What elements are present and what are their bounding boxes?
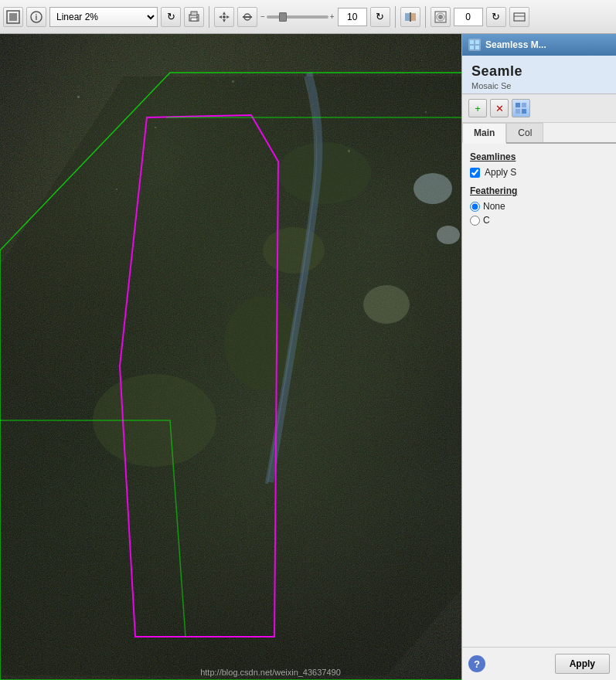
tab-col[interactable]: Col: [506, 123, 543, 142]
svg-point-19: [438, 15, 443, 19]
svg-rect-43: [470, 46, 474, 49]
zoom-slider-left[interactable]: [237, 7, 257, 27]
map-canvas[interactable]: http://blog.csdn.net/weixin_43637490: [0, 34, 541, 680]
zoom-full-btn[interactable]: [3, 7, 23, 27]
feathering-section-title: Feathering: [470, 185, 608, 196]
feathering-c-radio[interactable]: [470, 216, 480, 226]
svg-rect-5: [191, 12, 197, 15]
print-btn[interactable]: [184, 7, 204, 27]
svg-rect-1: [9, 13, 17, 21]
svg-marker-10: [219, 15, 222, 19]
mosaic-view-btn[interactable]: [512, 99, 530, 117]
feathering-none-label: None: [483, 201, 505, 212]
svg-rect-16: [411, 13, 416, 21]
zoom-plus-icon: +: [330, 12, 335, 21]
svg-rect-31: [77, 96, 80, 98]
seamlines-section-title: Seamlines: [470, 151, 608, 162]
terrain-overlay: [0, 34, 541, 680]
panel-main-title: Seamle: [471, 63, 607, 80]
svg-marker-9: [223, 19, 226, 22]
swipe-btn[interactable]: [400, 7, 420, 27]
apply-button[interactable]: Apply: [555, 654, 610, 674]
svg-rect-47: [516, 109, 520, 114]
tab-main[interactable]: Main: [462, 123, 506, 144]
feathering-c-row: C: [470, 215, 608, 226]
rotation-input[interactable]: [454, 8, 483, 26]
svg-rect-41: [470, 40, 474, 44]
add-item-btn[interactable]: +: [468, 99, 487, 117]
feathering-none-row: None: [470, 201, 608, 212]
refresh-stretch-btn[interactable]: ↻: [161, 7, 181, 27]
more-tools-btn[interactable]: [509, 7, 529, 27]
svg-rect-46: [522, 103, 526, 107]
seamless-mosaic-panel: Seamless M... Seamle Mosaic Se + ✕ Main …: [461, 34, 616, 680]
svg-rect-45: [516, 103, 520, 107]
apply-seamlines-row: Apply S: [470, 167, 608, 178]
svg-marker-11: [226, 15, 230, 19]
panel-subtitle: Mosaic Se: [471, 81, 607, 90]
feathering-c-label: C: [483, 215, 490, 226]
feathering-none-radio[interactable]: [470, 202, 480, 212]
zoom-input[interactable]: [338, 8, 367, 26]
panel-inner-toolbar: + ✕: [462, 94, 616, 123]
main-toolbar: i Linear 2% None Minimum Maximum Standar…: [0, 0, 616, 34]
stretch-dropdown[interactable]: Linear 2% None Minimum Maximum Standard …: [49, 7, 158, 27]
panel-heading: Seamle Mosaic Se: [462, 56, 616, 94]
sep-1: [209, 6, 209, 28]
panel-title: Seamless M...: [485, 39, 546, 50]
panel-titlebar: Seamless M...: [462, 34, 616, 56]
zoom-slider[interactable]: [267, 15, 328, 19]
apply-seamlines-label: Apply S: [485, 167, 516, 178]
help-button[interactable]: ?: [468, 655, 485, 672]
svg-rect-21: [514, 13, 525, 21]
apply-seamlines-checkbox[interactable]: [470, 168, 480, 178]
panel-tabs: Main Col: [462, 123, 616, 144]
remove-item-btn[interactable]: ✕: [490, 99, 509, 117]
sep-3: [425, 6, 426, 28]
zoom-minus-icon: −: [260, 12, 265, 21]
panel-content: Seamlines Apply S Feathering None C: [462, 144, 616, 647]
svg-rect-48: [522, 109, 526, 114]
svg-marker-8: [223, 12, 226, 15]
svg-rect-6: [191, 18, 197, 21]
svg-rect-15: [405, 13, 410, 21]
overview-btn[interactable]: [431, 7, 451, 27]
svg-point-12: [223, 15, 226, 19]
svg-text:i: i: [36, 13, 38, 22]
sep-2: [395, 6, 396, 28]
svg-marker-38: [0, 76, 541, 675]
zoom-refresh-btn[interactable]: ↻: [370, 7, 390, 27]
feathering-section: Feathering None C: [470, 185, 608, 226]
panel-footer: ? Apply: [462, 647, 616, 680]
svg-rect-42: [475, 40, 479, 44]
rotation-refresh-btn[interactable]: ↻: [486, 7, 506, 27]
panel-title-icon: [468, 39, 481, 51]
svg-rect-44: [475, 46, 479, 49]
identify-btn[interactable]: i: [26, 7, 46, 27]
pan-btn[interactable]: [214, 7, 234, 27]
svg-point-7: [196, 16, 198, 18]
